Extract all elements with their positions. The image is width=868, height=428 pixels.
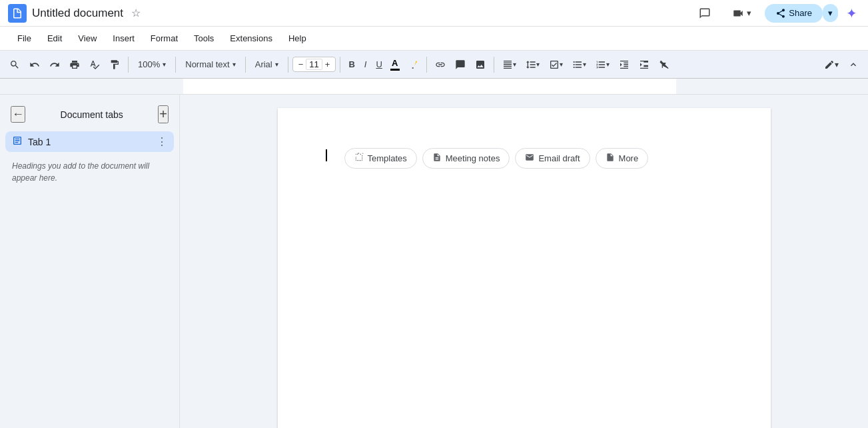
doc-cursor: [326, 149, 327, 161]
link-button[interactable]: [431, 57, 450, 73]
more-label: More: [619, 153, 639, 163]
undo-button[interactable]: [25, 57, 44, 73]
menu-file[interactable]: File: [11, 31, 38, 46]
text-color-bar: [390, 69, 400, 71]
more-chip[interactable]: More: [596, 148, 649, 169]
align-button[interactable]: ▾: [498, 57, 520, 73]
main-area: ← Document tabs + Tab 1 ⋮ Headings you a…: [0, 95, 868, 428]
font-value: Arial: [255, 59, 272, 69]
ruler-inner: [183, 79, 676, 94]
comments-button[interactable]: [691, 3, 719, 23]
highlight-button[interactable]: [404, 57, 422, 73]
comment-button[interactable]: [451, 57, 470, 73]
menu-help[interactable]: Help: [282, 31, 313, 46]
toolbar-sep-1: [128, 57, 129, 73]
numbered-list-button[interactable]: ▾: [592, 57, 614, 73]
sidebar-hint: Headings you add to the document will ap…: [5, 155, 174, 189]
font-size-plus-button[interactable]: +: [322, 59, 333, 69]
templates-chip[interactable]: Templates: [344, 148, 417, 169]
font-size-controls: − 11 +: [292, 57, 336, 72]
redo-button[interactable]: [45, 57, 64, 73]
email-draft-chip[interactable]: Email draft: [515, 148, 590, 169]
print-button[interactable]: [65, 57, 84, 73]
menu-view[interactable]: View: [71, 31, 103, 46]
email-draft-icon: [525, 153, 534, 164]
normal-text-dropdown[interactable]: Normal text ▾: [180, 57, 240, 72]
star-icon[interactable]: ☆: [131, 7, 141, 19]
paint-format-button[interactable]: [105, 57, 124, 73]
search-button[interactable]: [5, 57, 24, 73]
sidebar-header: ← Document tabs +: [5, 103, 174, 126]
increase-indent-button[interactable]: [615, 57, 634, 73]
share-dropdown-button[interactable]: ▾: [823, 4, 838, 22]
font-size-value[interactable]: 11: [306, 59, 322, 70]
sidebar: ← Document tabs + Tab 1 ⋮ Headings you a…: [0, 95, 180, 428]
text-color-button[interactable]: A: [388, 57, 402, 72]
checklist-button[interactable]: ▾: [545, 57, 567, 73]
menu-insert[interactable]: Insert: [106, 31, 141, 46]
edit-mode-button[interactable]: ▾: [820, 57, 843, 73]
menu-tools[interactable]: Tools: [187, 31, 220, 46]
toolbar-sep-2: [175, 57, 176, 73]
menu-bar: File Edit View Insert Format Tools Exten…: [0, 27, 868, 51]
header-actions: ▾ Share ▾ ✦: [691, 3, 860, 24]
zoom-caret: ▾: [163, 61, 166, 68]
bullets-button[interactable]: ▾: [568, 57, 590, 73]
italic-button[interactable]: I: [360, 57, 371, 72]
title-bar: Untitled document ☆ ▾ Share ▾ ✦: [0, 0, 868, 27]
meeting-notes-icon: [432, 153, 442, 164]
collapse-toolbar-button[interactable]: [844, 57, 863, 73]
ruler: [0, 79, 868, 95]
zoom-dropdown[interactable]: 100% ▾: [133, 57, 171, 72]
menu-extensions[interactable]: Extensions: [223, 31, 279, 46]
sidebar-title: Document tabs: [61, 109, 123, 120]
meeting-notes-label: Meeting notes: [446, 153, 500, 163]
zoom-value: 100%: [138, 59, 160, 69]
email-draft-label: Email draft: [538, 153, 580, 163]
tab1-more-button[interactable]: ⋮: [157, 135, 167, 148]
font-size-minus-button[interactable]: −: [296, 59, 306, 69]
meet-button[interactable]: ▾: [724, 3, 759, 23]
bold-button[interactable]: B: [344, 57, 358, 72]
toolbar-sep-5: [340, 57, 340, 73]
sidebar-back-button[interactable]: ←: [11, 106, 25, 123]
templates-icon: [354, 153, 364, 164]
toolbar-sep-6: [426, 57, 427, 73]
toolbar: 100% ▾ Normal text ▾ Arial ▾ − 11 + B I …: [0, 51, 868, 79]
font-dropdown[interactable]: Arial ▾: [250, 57, 284, 72]
doc-title[interactable]: Untitled document: [32, 7, 123, 20]
add-tab-button[interactable]: +: [158, 105, 169, 123]
document-area[interactable]: Templates Meeting notes Email draft: [180, 95, 868, 428]
edit-mode-label: ▾: [835, 60, 839, 69]
toolbar-sep-7: [494, 57, 494, 73]
decrease-indent-button[interactable]: [635, 57, 653, 73]
toolbar-sep-4: [288, 57, 288, 73]
more-icon: [606, 153, 615, 164]
clear-format-button[interactable]: [655, 57, 673, 73]
tab1-label: Tab 1: [28, 137, 151, 147]
font-caret: ▾: [275, 61, 278, 68]
document-page[interactable]: Templates Meeting notes Email draft: [278, 108, 771, 428]
spellcheck-button[interactable]: [85, 57, 104, 73]
menu-format[interactable]: Format: [144, 31, 185, 46]
image-button[interactable]: [471, 57, 490, 73]
menu-edit[interactable]: Edit: [41, 31, 69, 46]
share-label: Share: [789, 8, 812, 18]
template-chip-bar: Templates Meeting notes Email draft: [344, 148, 649, 169]
meeting-notes-chip[interactable]: Meeting notes: [422, 148, 510, 169]
tab1-item[interactable]: Tab 1 ⋮: [5, 131, 174, 152]
templates-label: Templates: [368, 153, 407, 163]
normal-text-value: Normal text: [185, 59, 229, 69]
share-button[interactable]: Share: [765, 4, 823, 23]
meet-label: ▾: [747, 8, 751, 18]
line-spacing-button[interactable]: ▾: [522, 57, 544, 73]
toolbar-sep-3: [245, 57, 246, 73]
tab1-icon: [12, 135, 23, 148]
normal-text-caret: ▾: [232, 61, 236, 68]
app-icon: [8, 4, 27, 23]
gemini-button[interactable]: ✦: [843, 3, 860, 24]
underline-button[interactable]: U: [372, 57, 386, 72]
